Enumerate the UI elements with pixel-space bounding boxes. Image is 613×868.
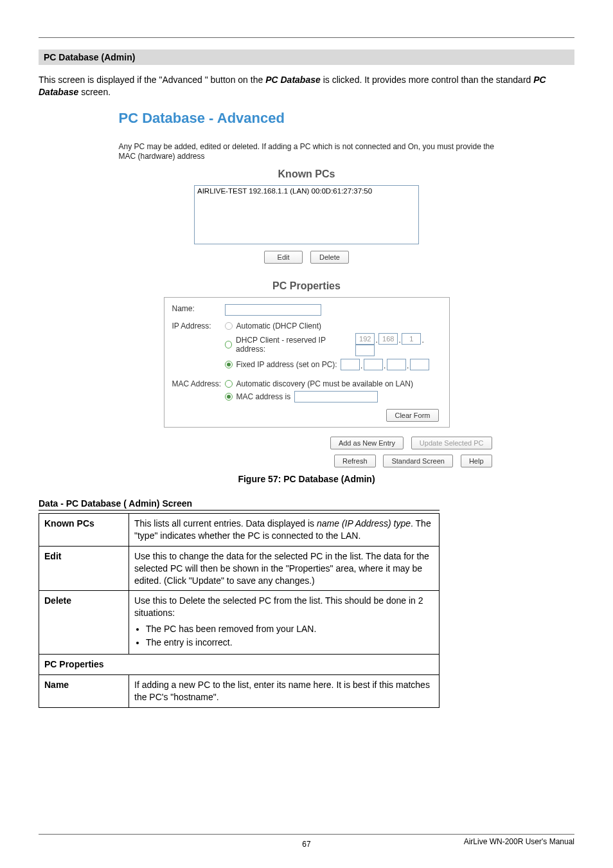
pc-properties-heading: PC Properties xyxy=(119,280,495,292)
table-row: Name If adding a new PC to the list, ent… xyxy=(39,674,440,707)
fixed-ip-octet-3[interactable] xyxy=(387,359,406,370)
ip-octet-2[interactable]: 168 xyxy=(378,333,398,345)
fixed-ip-octet-1[interactable] xyxy=(341,359,360,370)
edit-desc: Use this to change the data for the sele… xyxy=(129,546,440,591)
delete-button[interactable]: Delete xyxy=(310,251,349,264)
known-pcs-desc: This lists all current entries. Data dis… xyxy=(129,513,440,546)
data-table: Known PCs This lists all current entries… xyxy=(39,513,440,708)
table-row: PC Properties xyxy=(39,654,440,674)
name-desc: If adding a new PC to the list, enter it… xyxy=(129,674,440,707)
mac-address-label: MAC Address: xyxy=(172,379,225,388)
clear-form-button[interactable]: Clear Form xyxy=(386,409,438,422)
list-item: The PC has been removed from your LAN. xyxy=(146,623,434,635)
name-key: Name xyxy=(39,674,129,707)
list-item: The entry is incorrect. xyxy=(146,637,434,649)
screenshot-panel: PC Database - Advanced Any PC may be add… xyxy=(119,110,495,428)
figure-caption: Figure 57: PC Database (Admin) xyxy=(39,474,574,484)
ip-auto-radio[interactable] xyxy=(225,322,233,330)
ip-auto-label: Automatic (DHCP Client) xyxy=(236,321,321,330)
help-button[interactable]: Help xyxy=(461,455,492,467)
pc-properties-box: Name: IP Address: Automatic (DHCP Client… xyxy=(164,297,450,428)
standard-screen-button[interactable]: Standard Screen xyxy=(383,455,453,467)
known-pcs-heading: Known PCs xyxy=(119,168,495,180)
fixed-ip-octet-2[interactable] xyxy=(364,359,383,370)
known-pcs-key: Known PCs xyxy=(39,513,129,546)
known-pcs-listbox[interactable]: AIRLIVE-TEST 192.168.1.1 (LAN) 00:0D:61:… xyxy=(194,185,419,244)
page-number: 67 xyxy=(39,840,574,849)
screenshot-subtitle: Any PC may be added, edited or deleted. … xyxy=(119,142,495,162)
ip-fixed-label: Fixed IP address (set on PC): xyxy=(236,360,337,369)
delete-desc: Use this to Delete the selected PC from … xyxy=(129,591,440,655)
table-row: Edit Use this to change the data for the… xyxy=(39,546,440,591)
known-pc-entry[interactable]: AIRLIVE-TEST 192.168.1.1 (LAN) 00:0D:61:… xyxy=(197,187,416,195)
page-footer: 67 AirLive WN-200R User's Manual xyxy=(39,834,574,846)
table-row: Delete Use this to Delete the selected P… xyxy=(39,591,440,655)
name-input[interactable] xyxy=(225,304,321,316)
mac-auto-label: Automatic discovery (PC must be availabl… xyxy=(236,379,413,388)
edit-button[interactable]: Edit xyxy=(264,251,303,264)
screenshot-title: PC Database - Advanced xyxy=(119,110,495,127)
section-title: PC Database (Admin) xyxy=(39,50,574,65)
mac-input[interactable] xyxy=(294,391,378,402)
ip-octet-1[interactable]: 192 xyxy=(355,333,375,345)
ip-octet-4[interactable] xyxy=(355,345,375,356)
table-row: Known PCs This lists all current entries… xyxy=(39,513,440,546)
add-as-new-entry-button[interactable]: Add as New Entry xyxy=(330,437,404,449)
update-selected-pc-button[interactable]: Update Selected PC xyxy=(411,437,492,449)
mac-manual-label: MAC address is xyxy=(236,392,291,401)
mac-manual-radio[interactable] xyxy=(225,393,233,401)
name-label: Name: xyxy=(172,304,225,313)
fixed-ip-octet-4[interactable] xyxy=(410,359,429,370)
intro-paragraph: This screen is displayed if the "Advance… xyxy=(39,74,574,98)
ip-fixed-radio[interactable] xyxy=(225,361,233,368)
ip-address-label: IP Address: xyxy=(172,321,225,330)
ip-reserved-label: DHCP Client - reserved IP address: xyxy=(236,336,352,354)
mac-auto-radio[interactable] xyxy=(225,380,233,388)
delete-key: Delete xyxy=(39,591,129,655)
data-section-heading: Data - PC Database ( Admin) Screen xyxy=(39,498,440,511)
ip-reserved-radio[interactable] xyxy=(225,341,233,348)
refresh-button[interactable]: Refresh xyxy=(334,455,376,467)
pc-properties-section: PC Properties xyxy=(39,654,440,674)
edit-key: Edit xyxy=(39,546,129,591)
ip-octet-3[interactable]: 1 xyxy=(402,333,421,345)
